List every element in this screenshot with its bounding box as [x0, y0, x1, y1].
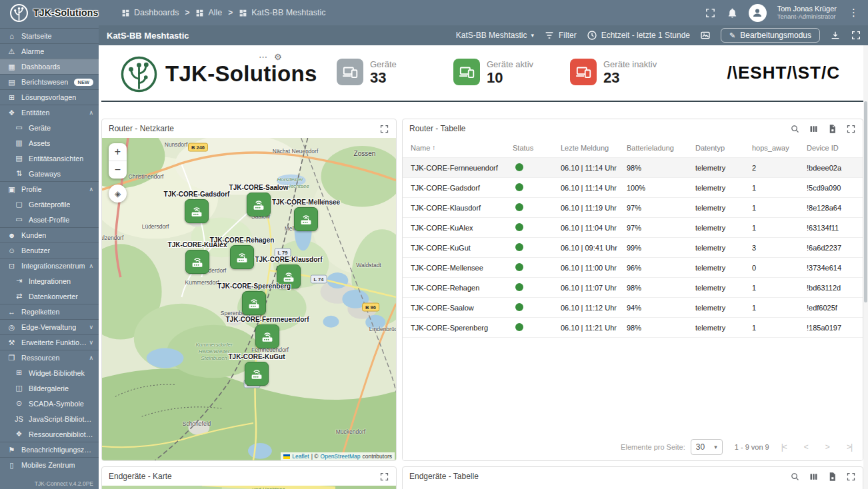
- sidebar-item-geraete[interactable]: ▭Geräte: [0, 120, 99, 135]
- map-marker-tjk-core-rehagen[interactable]: [230, 245, 254, 269]
- leaflet-link[interactable]: Leaflet: [292, 453, 309, 460]
- fullscreen-icon[interactable]: [705, 7, 716, 19]
- sidebar-item-entitaeten[interactable]: ❖Entitäten∧: [0, 105, 99, 120]
- columns-icon[interactable]: [809, 124, 819, 134]
- breadcrumb-item-kats-bb-meshtastic[interactable]: KatS-BB Meshtastic: [239, 8, 325, 17]
- table-row[interactable]: TJK-CORE-Gadsdorf06.10 | 11:14 Uhr100%te…: [403, 178, 863, 198]
- sidebar-item-integrationen[interactable]: ⇥Integrationen: [0, 273, 99, 288]
- map-marker-tjk-core-gadsdorf[interactable]: [185, 199, 209, 223]
- map-marker-tjk-core-saalow[interactable]: [247, 193, 271, 217]
- edit-mode-button[interactable]: ✎ Bearbeitungsmodus: [721, 28, 820, 43]
- sidebar-item-javascript-bibliothek[interactable]: JSJavaScript-Bibliothek: [0, 411, 99, 426]
- sidebar-item-mobiles-zentrum[interactable]: ▯Mobiles Zentrum: [0, 457, 99, 472]
- sidebar-item-bildergalerie[interactable]: ◫Bildergalerie: [0, 380, 99, 396]
- table-row[interactable]: TJK-CORE-Klausdorf06.10 | 11:19 Uhr97%te…: [403, 198, 863, 218]
- widget-more-icon[interactable]: ⋯: [259, 52, 267, 62]
- table-row[interactable]: TJK-CORE-Rehagen06.10 | 11:07 Uhr98%tele…: [403, 278, 863, 298]
- sidebar-item-asset-profile[interactable]: ▭Asset-Profile: [0, 212, 99, 227]
- sidebar-item-scada-symbole[interactable]: ⊙SCADA-Symbole: [0, 396, 99, 411]
- prev-page-button[interactable]: <: [804, 442, 808, 452]
- column-header-lezte-meldung[interactable]: Lezte Meldung: [561, 144, 627, 152]
- sidebar-item-ressourcen[interactable]: ❐Ressourcen∧: [0, 350, 99, 365]
- status-active-dot: [515, 243, 523, 251]
- sidebar-item-erweiterte-funktionen[interactable]: ⚒Erweiterte Funktionen∨: [0, 334, 99, 350]
- sidebar-item-geraeteprofile[interactable]: ▢Geräteprofile: [0, 197, 99, 212]
- table-row[interactable]: TJK-CORE-Mellensee06.10 | 11:00 Uhr96%te…: [403, 258, 863, 278]
- sidebar-item-ressourcenbibliothek[interactable]: ❖Ressourcenbibliothek: [0, 426, 99, 442]
- table-cell: 06.10 | 11:07 Uhr: [561, 284, 627, 292]
- user-avatar[interactable]: [749, 4, 767, 22]
- column-header-name[interactable]: Name↑: [411, 144, 513, 152]
- table-cell: [513, 323, 561, 332]
- map-marker-tjk-core-kualex[interactable]: [185, 250, 209, 274]
- more-options-kebab-icon[interactable]: ⋮: [847, 7, 860, 19]
- sidebar-item-assets[interactable]: ▥Assets: [0, 135, 99, 151]
- first-page-button[interactable]: |<: [781, 442, 787, 452]
- table-row[interactable]: TJK-CORE-KuAlex06.10 | 11:04 Uhr97%telem…: [403, 218, 863, 238]
- export-file-icon[interactable]: [827, 472, 837, 482]
- map-marker-label: TJK-CORE-Sperenberg: [217, 282, 291, 290]
- zoom-out-button[interactable]: −: [109, 161, 127, 179]
- zoom-in-button[interactable]: +: [109, 143, 127, 161]
- search-icon[interactable]: [790, 124, 800, 134]
- state-selector[interactable]: KatS-BB Meshtastic ▾: [456, 31, 534, 40]
- notifications-bell-icon[interactable]: [727, 7, 738, 19]
- table-cell: 1: [752, 224, 807, 232]
- osm-link[interactable]: OpenStreetMap: [321, 453, 361, 460]
- sidebar-item-gateways[interactable]: ⇅Gateways: [0, 166, 99, 181]
- sidebar-item-benutzer[interactable]: ☺Benutzer: [0, 243, 99, 258]
- column-header-hops-away[interactable]: hops_away: [752, 144, 807, 152]
- widget-fullscreen-icon[interactable]: [846, 472, 856, 482]
- widget-fullscreen-icon[interactable]: [379, 124, 389, 134]
- columns-icon[interactable]: [809, 472, 819, 482]
- column-header-batterieladung[interactable]: Batterieladung: [627, 144, 695, 152]
- sidebar-item-entitaetsansichten[interactable]: ▤Entitätsansichten: [0, 151, 99, 166]
- image-gallery-button-icon[interactable]: [700, 30, 711, 41]
- sidebar-item-datenkonverter[interactable]: ⇄Datenkonverter: [0, 288, 99, 304]
- sidebar-item-berichtswesen[interactable]: ▤BerichtswesenNEW: [0, 74, 99, 89]
- widget-fullscreen-icon[interactable]: [379, 472, 389, 482]
- table-row[interactable]: TJK-CORE-KuGut06.10 | 09:41 Uhr99%teleme…: [403, 238, 863, 258]
- sidebar-item-widget-bibliothek[interactable]: ⊞Widget-Bibliothek: [0, 365, 99, 380]
- map-marker-tjk-core-mellensee[interactable]: [294, 207, 318, 231]
- sidebar-item-loesungsvorlagen[interactable]: ⊞Lösungsvorlagen: [0, 89, 99, 105]
- table-row[interactable]: TJK-CORE-Fernneuendorf06.10 | 11:14 Uhr9…: [403, 158, 863, 178]
- widget-fullscreen-icon[interactable]: [846, 124, 856, 134]
- sidebar-item-kunden[interactable]: ☻Kunden: [0, 227, 99, 243]
- download-icon[interactable]: [830, 30, 841, 41]
- page-size-select[interactable]: 30 ▾: [691, 439, 723, 455]
- map-marker-tjk-core-fernneuendorf[interactable]: [255, 324, 279, 348]
- app-logo[interactable]: TJK-Solutions: [0, 3, 109, 23]
- widget-settings-gear-icon[interactable]: ⚙: [274, 52, 282, 62]
- sidebar-item-benachrichtigungszentrale[interactable]: ⚑Benachrichtigungszentrale: [0, 442, 99, 457]
- dashboard-fullscreen-icon[interactable]: [851, 30, 861, 41]
- search-icon[interactable]: [790, 472, 800, 482]
- router-map[interactable]: + − ◈ Leaflet | © OpenStreetMap contribu…: [102, 138, 396, 461]
- export-file-icon[interactable]: [827, 124, 837, 134]
- sidebar-item-profile[interactable]: ▣Profile∧: [0, 181, 99, 197]
- breadcrumb-item-dashboards[interactable]: Dashboards: [121, 8, 179, 17]
- last-page-button[interactable]: >|: [847, 442, 852, 452]
- filter-button[interactable]: Filter: [544, 30, 577, 41]
- sidebar-item-dashboards[interactable]: ▦Dashboards: [0, 59, 99, 74]
- breadcrumb-item-alle[interactable]: Alle: [195, 8, 222, 17]
- table-row[interactable]: TJK-CORE-Sperenberg06.10 | 11:21 Uhr98%t…: [403, 318, 863, 338]
- user-info[interactable]: Tom Jonas Krüger Tenant-Administrator: [777, 5, 837, 21]
- column-header-device-id[interactable]: Device ID: [807, 144, 863, 152]
- sidebar-item-integrationszentrum[interactable]: ⊡Integrationszentrum∧: [0, 258, 99, 273]
- map-layers-button[interactable]: ◈: [109, 185, 127, 203]
- next-page-button[interactable]: >: [825, 442, 829, 452]
- sidebar-item-edge-verwaltung[interactable]: ◎Edge-Verwaltung∨: [0, 319, 99, 334]
- table-row[interactable]: TJK-CORE-Saalow06.10 | 11:12 Uhr94%telem…: [403, 298, 863, 318]
- timewindow-button[interactable]: Echtzeit - letzte 1 Stunde: [587, 30, 690, 41]
- sidebar-item-startseite[interactable]: ⌂Startseite: [0, 28, 99, 43]
- endgeraete-map[interactable]: und Hechtsee: [102, 486, 396, 489]
- map-marker-tjk-core-kugut[interactable]: [245, 362, 269, 386]
- page-scrollbar[interactable]: [863, 45, 868, 489]
- map-marker-tjk-core-sperenberg[interactable]: [242, 291, 266, 315]
- scrollbar-thumb[interactable]: [864, 101, 867, 302]
- column-header-datentyp[interactable]: Datentyp: [695, 144, 752, 152]
- column-header-status[interactable]: Status: [513, 144, 561, 152]
- sidebar-item-alarme[interactable]: ⚠Alarme: [0, 43, 99, 59]
- sidebar-item-regelketten[interactable]: ↔Regelketten: [0, 304, 99, 319]
